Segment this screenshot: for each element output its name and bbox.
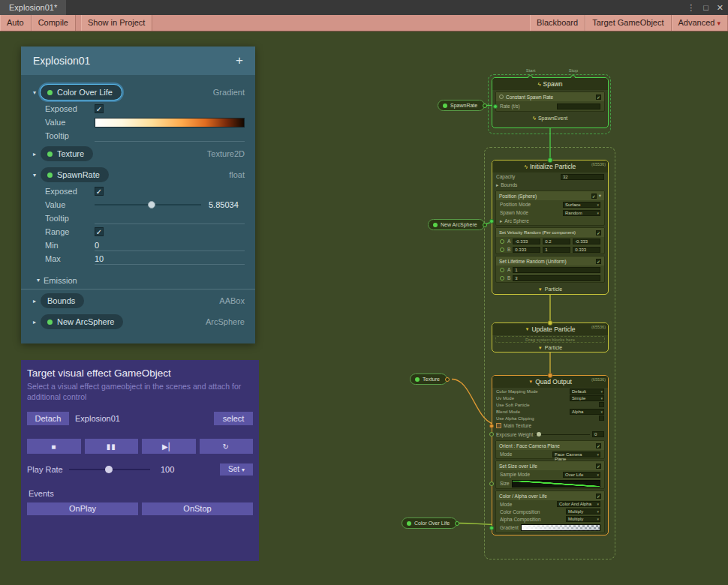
lifetime-b-field[interactable]: 3	[513, 275, 600, 281]
block-enabled-checkbox[interactable]: ✓	[596, 494, 601, 499]
value-field[interactable]: 5.85034	[209, 200, 245, 209]
position-mode-dropdown[interactable]: Surface	[563, 202, 600, 208]
color-alpha-over-life-header[interactable]: Color / Alpha over Life ✓	[496, 491, 604, 500]
spawnevent-output[interactable]: ϟ SpawnEvent	[492, 113, 608, 123]
chevron-right-icon[interactable]: ▸	[500, 218, 502, 224]
play-rate-value[interactable]: 100	[161, 465, 174, 474]
set-size-over-life-block[interactable]: Set Size over Life ✓ Sample Mode Over Li…	[495, 460, 605, 489]
chevron-right-icon[interactable]: ▸	[496, 182, 498, 188]
parameter-node-spawnrate[interactable]: SpawnRate	[438, 100, 485, 111]
show-in-project-button[interactable]: Show in Project	[81, 15, 152, 31]
parameter-node-color-over-life[interactable]: Color Over Life	[402, 518, 457, 529]
chevron-right-icon[interactable]: ▸	[29, 319, 41, 326]
color-mapping-mode-dropdown[interactable]: Default	[570, 388, 604, 394]
param-row-spawnrate[interactable]: ▾ SpawnRate float	[21, 165, 255, 184]
spawn-mode-dropdown[interactable]: Random	[563, 210, 600, 216]
parameter-output-port[interactable]	[483, 104, 487, 108]
set-size-over-life-header[interactable]: Set Size over Life ✓	[496, 461, 604, 470]
exposed-checkbox[interactable]: ✓	[95, 104, 104, 113]
restart-button[interactable]: ↻	[200, 439, 254, 454]
set-rate-dropdown-button[interactable]: Set ▾	[220, 464, 253, 476]
position-sphere-block[interactable]: Position (Sphere) ✓ ▾ Position Mode Surf…	[495, 190, 605, 226]
orient-mode-dropdown[interactable]: Face Camera Plane	[552, 452, 600, 458]
quad-output-node[interactable]: ▼ Quad Output (65536) Color Mapping Mode…	[492, 375, 609, 536]
parameter-output-port[interactable]	[445, 377, 450, 382]
param-pill-bounds[interactable]: Bounds	[41, 293, 84, 308]
parameter-output-port[interactable]	[483, 223, 487, 227]
block-enabled-checkbox[interactable]: ✓	[596, 464, 601, 469]
velocity-a-y-field[interactable]: 0.2	[543, 238, 570, 244]
blackboard-toggle-button[interactable]: Blackboard	[530, 15, 585, 31]
onstop-button[interactable]: OnStop	[142, 502, 253, 515]
param-row-texture[interactable]: ▸ Texture Texture2D	[21, 144, 255, 164]
param-pill-new-arcsphere[interactable]: New ArcSphere	[41, 314, 123, 329]
advanced-dropdown-button[interactable]: Advanced▾	[672, 15, 728, 31]
slider-thumb[interactable]	[105, 466, 113, 473]
chevron-right-icon[interactable]: ▸	[29, 151, 41, 158]
chevron-down-icon[interactable]: ▾	[29, 172, 41, 178]
chevron-down-icon[interactable]: ▾	[599, 193, 601, 199]
tooltip-field[interactable]	[95, 130, 245, 142]
chevron-down-icon[interactable]: ▾	[33, 277, 44, 284]
color-mode-dropdown[interactable]: Color And Alpha	[557, 501, 600, 507]
update-particle-output[interactable]: ▼ Particle	[492, 344, 608, 352]
color-alpha-over-life-block[interactable]: Color / Alpha over Life ✓ Mode Color And…	[495, 490, 605, 533]
onplay-button[interactable]: OnPlay	[27, 502, 138, 515]
play-rate-slider[interactable]	[69, 464, 150, 475]
spawn-context-node[interactable]: Start Stop ϟ Spawn Constant Spawn Rate ✓…	[492, 77, 609, 128]
empty-block-dropzone[interactable]: Drag system blocks here	[495, 336, 605, 343]
exposure-weight-slider[interactable]	[535, 431, 590, 437]
rate-input-port[interactable]	[493, 104, 498, 109]
select-button[interactable]: select	[214, 412, 253, 425]
lifetime-a-field[interactable]: 1	[513, 267, 600, 273]
param-pill-color-over-life[interactable]: Color Over Life	[41, 85, 122, 100]
stop-button[interactable]: ■	[27, 439, 81, 454]
orient-block-header[interactable]: Orient : Face Camera Plane ✓	[496, 441, 604, 450]
alpha-composition-dropdown[interactable]: Multiply	[566, 516, 600, 522]
parameter-output-port[interactable]	[455, 521, 459, 526]
bounds-row[interactable]: ▸ Bounds	[492, 181, 608, 189]
constant-spawn-rate-header[interactable]: Constant Spawn Rate ✓	[496, 92, 604, 101]
value-slider[interactable]	[95, 200, 201, 210]
block-enabled-checkbox[interactable]: ✓	[596, 443, 601, 448]
set-velocity-random-header[interactable]: Set Velocity Random (Per component) ✓	[496, 228, 604, 237]
block-toggle-icon[interactable]	[499, 94, 504, 99]
capacity-field[interactable]: 32	[561, 174, 604, 180]
velocity-b-z-field[interactable]: 0.333	[573, 247, 600, 253]
range-checkbox[interactable]: ✓	[95, 227, 104, 236]
block-enabled-checkbox[interactable]: ✓	[596, 94, 601, 100]
window-menu-icon[interactable]: ⋮	[687, 0, 695, 15]
constant-spawn-rate-block[interactable]: Constant Spawn Rate ✓ Rate (t/s)	[495, 92, 605, 112]
size-input-port[interactable]	[489, 482, 494, 486]
parameter-node-new-arcsphere[interactable]: New ArcSphere	[428, 219, 485, 230]
position-sphere-header[interactable]: Position (Sphere) ✓ ▾	[496, 191, 604, 200]
block-enabled-checkbox[interactable]: ✓	[596, 259, 601, 264]
maximize-icon[interactable]: □	[703, 0, 708, 15]
exposure-weight-field[interactable]: 0	[592, 431, 604, 437]
detach-button[interactable]: Detach	[27, 412, 69, 425]
initialize-particle-output[interactable]: ▼ Particle	[492, 284, 608, 294]
main-texture-input-port[interactable]	[489, 424, 494, 428]
block-enabled-checkbox[interactable]: ✓	[596, 230, 601, 236]
exposure-weight-input-port[interactable]	[489, 432, 494, 436]
blackboard-header[interactable]: Explosion01 +	[21, 46, 255, 75]
quad-input-port[interactable]	[548, 373, 553, 378]
set-lifetime-random-header[interactable]: Set Lifetime Random (Uniform) ✓	[496, 256, 604, 266]
slider-thumb[interactable]	[537, 432, 541, 436]
param-row-new-arcsphere[interactable]: ▸ New ArcSphere ArcSphere	[21, 312, 255, 332]
velocity-b-x-field[interactable]: 0.333	[513, 247, 540, 253]
gradient-input-port[interactable]	[489, 526, 494, 530]
set-velocity-random-block[interactable]: Set Velocity Random (Per component) ✓ A …	[495, 227, 605, 254]
initialize-particle-node[interactable]: ϟ Initialize Particle (65536) Capacity 3…	[492, 160, 609, 295]
max-field[interactable]: 10	[95, 254, 245, 265]
gradient-preview-field[interactable]	[521, 524, 600, 531]
param-row-color-over-life[interactable]: ▾ Color Over Life Gradient	[21, 82, 255, 102]
min-field[interactable]: 0	[95, 240, 245, 251]
param-pill-texture[interactable]: Texture	[41, 146, 93, 161]
update-particle-node[interactable]: ▼ Update Particle (65536) Drag system bl…	[492, 322, 609, 352]
param-pill-spawnrate[interactable]: SpawnRate	[41, 167, 109, 182]
sample-mode-dropdown[interactable]: Over Life	[563, 472, 600, 478]
block-enabled-checkbox[interactable]: ✓	[591, 194, 597, 199]
velocity-a-x-field[interactable]: -0.333	[513, 238, 540, 244]
velocity-a-z-field[interactable]: -0.333	[573, 238, 600, 244]
